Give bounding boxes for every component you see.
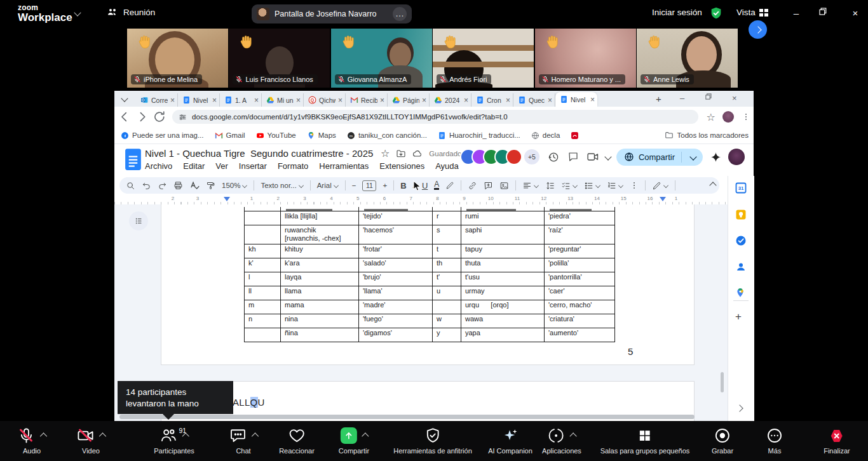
- tab-close-icon[interactable]: ×: [422, 96, 426, 105]
- next-participants-button[interactable]: [749, 20, 767, 39]
- tab-close-icon[interactable]: ×: [254, 96, 259, 105]
- tab-close-icon[interactable]: ×: [380, 96, 384, 105]
- tasks-icon[interactable]: [735, 235, 747, 246]
- toolbar-font-size-input[interactable]: 11: [362, 180, 376, 191]
- sign-in-button[interactable]: Iniciar sesión: [652, 8, 702, 17]
- selected-word[interactable]: ALLQU: [233, 397, 265, 408]
- menu-herramientas[interactable]: Herramientas: [319, 161, 369, 171]
- table-cell[interactable]: yapa: [461, 328, 545, 342]
- table-cell[interactable]: 'preguntar': [545, 244, 615, 258]
- control-ai-companion[interactable]: AI Companion: [488, 426, 532, 455]
- new-tab-button[interactable]: +: [656, 93, 661, 104]
- bookmark-item[interactable]: decla: [531, 131, 560, 140]
- tab-close-icon[interactable]: ×: [338, 96, 342, 105]
- back-icon[interactable]: [117, 109, 132, 124]
- table-cell[interactable]: urmay: [461, 286, 545, 300]
- toolbar-numbered-chevron-icon[interactable]: [618, 183, 623, 188]
- toolbar-text-color-button[interactable]: A: [434, 181, 439, 190]
- toolbar-zoom-select-chevron-icon[interactable]: [242, 183, 247, 188]
- menu-ver[interactable]: Ver: [215, 161, 228, 171]
- comments-icon[interactable]: [566, 150, 580, 164]
- browser-profile-avatar[interactable]: [721, 109, 736, 124]
- toolbar-more-icon[interactable]: [630, 181, 639, 190]
- bookmark-star-icon[interactable]: ☆: [703, 109, 719, 124]
- tab-close-icon[interactable]: ×: [296, 96, 301, 105]
- table-cell[interactable]: th: [433, 258, 461, 272]
- toolbar-zoom-select[interactable]: 150%: [222, 182, 247, 189]
- reload-icon[interactable]: [152, 109, 167, 124]
- table-cell[interactable]: s: [433, 225, 461, 244]
- browser-menu-icon[interactable]: [738, 109, 754, 124]
- horizontal-scrollbar[interactable]: [119, 415, 695, 419]
- toolbar-pen-chevron-icon[interactable]: [663, 183, 668, 188]
- browser-tab[interactable]: 1. A×: [220, 93, 262, 107]
- keep-icon[interactable]: [735, 209, 747, 220]
- toolbar-style-select[interactable]: Texto nor...: [261, 182, 303, 189]
- bookmark-item[interactable]: mtaniku_con canción...: [347, 131, 427, 140]
- table-cell[interactable]: layqa: [281, 272, 359, 286]
- bookmark-item[interactable]: YouTube: [256, 131, 296, 140]
- table-cell[interactable]: 'salado': [359, 258, 433, 272]
- browser-minimize-button[interactable]: –: [680, 93, 684, 103]
- browser-restore-button[interactable]: [705, 93, 712, 100]
- bookmark-item[interactable]: Gmail: [215, 131, 245, 140]
- bookmark-item[interactable]: fPuede ser una imag...: [121, 131, 204, 140]
- table-cell[interactable]: y: [433, 328, 461, 342]
- table-cell[interactable]: 'raíz': [545, 225, 615, 244]
- toolbar-spacing-icon[interactable]: [545, 181, 555, 190]
- table-cell[interactable]: 'pantorrilla': [545, 272, 615, 286]
- add-addon-icon[interactable]: +: [735, 311, 742, 323]
- restore-button[interactable]: [819, 8, 831, 15]
- vertical-scrollbar[interactable]: [721, 372, 724, 392]
- table-cell[interactable]: r: [433, 211, 461, 225]
- toolbar-align-icon[interactable]: [522, 181, 539, 190]
- control-video[interactable]: Video: [77, 426, 105, 455]
- document-outline-button[interactable]: [129, 211, 148, 230]
- table-cell[interactable]: ruwanchik [ruwanchis, -chex]: [281, 225, 359, 244]
- toolbar-numbered-icon[interactable]: [607, 181, 623, 190]
- forward-icon[interactable]: [135, 109, 150, 124]
- share-button[interactable]: Compartir: [616, 149, 703, 166]
- control-reaccionar[interactable]: Reaccionar: [279, 426, 315, 455]
- table-cell[interactable]: 'polilla': [545, 258, 615, 272]
- control-salas-para-grupos-peque-os[interactable]: Salas para grupos pequeños: [600, 426, 690, 455]
- bookmark-item[interactable]: Huarochiri_ traducci...: [438, 131, 520, 140]
- toolbar-print-icon[interactable]: [173, 181, 183, 190]
- table-cell[interactable]: t: [433, 244, 461, 258]
- browser-tab[interactable]: Nivel×: [178, 93, 220, 107]
- menu-formato[interactable]: Formato: [278, 161, 308, 171]
- toolbar-bullets-chevron-icon[interactable]: [595, 183, 600, 188]
- toolbar-decrease-font-button[interactable]: −: [352, 182, 356, 189]
- brand-chevron-down-icon[interactable]: [74, 9, 81, 16]
- toolbar-undo-icon[interactable]: [142, 181, 151, 190]
- toolbar-font-select[interactable]: Arial: [317, 182, 339, 189]
- caret-up-icon[interactable]: [362, 432, 369, 439]
- control-grabar[interactable]: Grabar: [712, 426, 733, 455]
- gemini-sparkle-icon[interactable]: [709, 150, 722, 164]
- star-icon[interactable]: ☆: [381, 147, 390, 159]
- table-cell[interactable]: saphi: [461, 225, 545, 244]
- all-bookmarks-button[interactable]: Todos los marcadores: [665, 127, 749, 144]
- menu-editar[interactable]: Editar: [183, 161, 205, 171]
- ruler-margin-marker[interactable]: [224, 197, 230, 201]
- control-audio[interactable]: Audio: [18, 426, 46, 455]
- calendar-icon[interactable]: 31: [735, 182, 747, 194]
- address-bar[interactable]: docs.google.com/document/d/1y1vf9BKSK9eo…: [172, 110, 698, 124]
- table-cell[interactable]: u: [433, 286, 461, 300]
- caret-up-icon[interactable]: [40, 432, 47, 439]
- table-cell[interactable]: [433, 300, 461, 314]
- table-cell[interactable]: 'digamos': [359, 328, 433, 342]
- site-settings-icon[interactable]: [179, 113, 187, 121]
- toolbar-link-icon[interactable]: [468, 181, 477, 190]
- toolbar-redo-icon[interactable]: [158, 181, 167, 190]
- toolbar-commentadd-icon[interactable]: [484, 181, 493, 190]
- hide-side-panel-icon[interactable]: [736, 404, 743, 411]
- meet-camera-icon[interactable]: [586, 150, 600, 164]
- table-cell[interactable]: ll: [245, 286, 281, 300]
- tab-meeting[interactable]: Reunión: [107, 6, 155, 18]
- tab-close-icon[interactable]: ×: [590, 95, 595, 104]
- table-cell[interactable]: l: [245, 272, 281, 286]
- google-docs-icon[interactable]: [125, 148, 142, 171]
- menu-archivo[interactable]: Archivo: [145, 161, 172, 171]
- browser-tab[interactable]: Págin×: [388, 93, 430, 107]
